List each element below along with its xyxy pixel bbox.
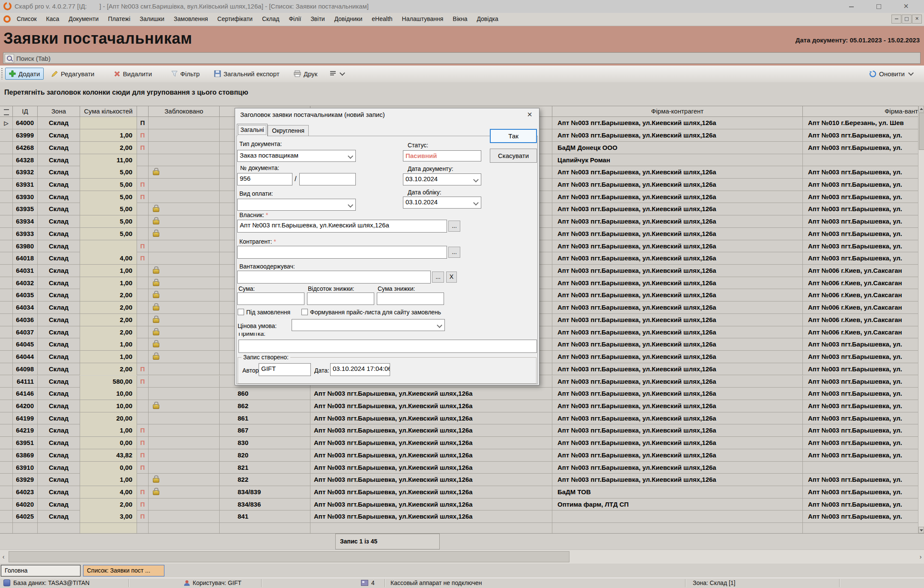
- account-date-picker[interactable]: 03.10.2024: [403, 197, 481, 209]
- table-row[interactable]: 64200Склад10,00862Апт №003 пгт.Барышевка…: [0, 400, 918, 412]
- menu-item-8[interactable]: Склад: [257, 13, 284, 22]
- price-condition-combo[interactable]: [292, 319, 445, 331]
- dialog-tab-rounding[interactable]: Округлення: [268, 125, 309, 136]
- cell-contractor-firm: Оптима фарм, ЛТД СП: [552, 498, 803, 510]
- scroll-left-button[interactable]: ‹: [0, 551, 7, 562]
- header-zone[interactable]: Зона: [38, 106, 80, 116]
- child-close-button[interactable]: ×: [912, 15, 922, 24]
- menu-item-12[interactable]: eHealth: [367, 13, 397, 22]
- header-id[interactable]: ІД: [13, 106, 38, 116]
- search-input[interactable]: Поиск (Tab): [3, 52, 921, 64]
- doc-date-picker[interactable]: 03.10.2024: [403, 173, 481, 185]
- table-row[interactable]: 64025Склад3,00П841Апт №003 пгт.Барышевка…: [0, 510, 918, 523]
- child-restore-button[interactable]: [902, 15, 912, 24]
- add-button[interactable]: Додати: [5, 68, 44, 80]
- toolbar-grip[interactable]: [1, 68, 3, 79]
- table-row[interactable]: 63929Склад1,00822Апт №003 пгт.Барышевка,…: [0, 474, 918, 486]
- contractor-field[interactable]: [237, 246, 447, 259]
- horizontal-scroll-thumb[interactable]: [9, 551, 569, 562]
- header-contractor-firm[interactable]: Фірма-контрагент: [552, 106, 803, 116]
- under-order-checkbox[interactable]: [238, 309, 244, 315]
- close-button[interactable]: ×: [893, 0, 919, 12]
- view-options-button[interactable]: [326, 68, 348, 80]
- child-minimize-button[interactable]: [891, 15, 901, 24]
- consignee-clear-button[interactable]: X: [446, 272, 457, 283]
- header-blocked[interactable]: Заблоковано: [149, 106, 220, 116]
- scroll-down-button[interactable]: [918, 527, 924, 533]
- menu-item-15[interactable]: Довідка: [472, 13, 503, 22]
- menu-item-11[interactable]: Довідники: [330, 13, 367, 22]
- horizontal-scrollbar[interactable]: ‹ ›: [0, 549, 924, 564]
- cell-owner-firm: Апт №003 пгт.Барышевка, ул.Киевский шлях…: [310, 424, 552, 436]
- note-input[interactable]: [238, 340, 537, 353]
- table-row[interactable]: 64199Склад20,00861Апт №003 пгт.Барышевка…: [0, 412, 918, 425]
- table-row[interactable]: 64219Склад1,00П867Апт №003 пгт.Барышевка…: [0, 424, 918, 437]
- author-field: GIFT: [259, 363, 311, 376]
- menu-item-7[interactable]: Сертифікати: [213, 13, 257, 22]
- dialog-tab-general[interactable]: Загальні: [237, 124, 268, 136]
- menu-item-3[interactable]: Документи: [64, 13, 103, 22]
- table-row[interactable]: 64146Склад10,00860Апт №003 пгт.Барышевка…: [0, 388, 918, 400]
- doc-number-suffix-input[interactable]: [299, 173, 356, 185]
- sum-input[interactable]: [237, 293, 304, 305]
- tab-home[interactable]: Головна: [1, 565, 80, 576]
- menu-item-14[interactable]: Вікна: [448, 13, 472, 22]
- cell-blocked: [149, 277, 220, 289]
- table-row[interactable]: 63951Склад0,00П830Апт №003 пгт.Барышевка…: [0, 437, 918, 449]
- menu-item-1[interactable]: Список: [12, 13, 42, 22]
- vertical-scroll-thumb[interactable]: [919, 113, 924, 150]
- arrow-down-icon: [920, 529, 923, 531]
- scroll-right-button[interactable]: ›: [917, 551, 924, 562]
- table-row[interactable]: 64023Склад4,00П834/839Апт №003 пгт.Барыш…: [0, 486, 918, 498]
- menu-item-2[interactable]: Каса: [42, 13, 64, 22]
- edit-button[interactable]: Редагувати: [48, 68, 98, 80]
- table-row[interactable]: 64020Склад2,00П834/836Апт №003 пгт.Барыш…: [0, 498, 918, 511]
- consignee-browse-button[interactable]: ...: [432, 272, 444, 283]
- cell-id: 63929: [13, 474, 38, 486]
- cell-consignee-firm: Апт №003 пгт.Барышевка, ул.: [803, 486, 918, 498]
- menu-item-10[interactable]: Звіти: [306, 13, 329, 22]
- ok-button[interactable]: Так: [490, 129, 537, 143]
- delete-button[interactable]: Видалити: [110, 68, 155, 80]
- doc-type-combo[interactable]: Заказ поставщикам: [237, 150, 356, 162]
- header-qty[interactable]: Сума кількостей: [80, 106, 137, 116]
- table-row[interactable]: 63910Склад0,00П821Апт №003 пгт.Барышевка…: [0, 462, 918, 474]
- cancel-button[interactable]: Скасувати: [490, 149, 537, 163]
- contractor-browse-button[interactable]: ...: [448, 247, 460, 258]
- owner-field[interactable]: Апт №003 пгт.Барышевка, ул.Киевский шлях…: [237, 220, 447, 233]
- discount-sum-input[interactable]: [377, 293, 444, 305]
- refresh-button[interactable]: Оновити: [866, 68, 916, 80]
- payment-type-combo[interactable]: [237, 199, 356, 211]
- menu-item-9[interactable]: Філії: [284, 13, 306, 22]
- export-button[interactable]: Загальний експорт: [211, 68, 283, 80]
- menu-item-4[interactable]: Платежі: [103, 13, 135, 22]
- cell-consignee-firm: Апт №003 пгт.Барышевка, ул.: [803, 388, 918, 400]
- table-row[interactable]: 63869Склад43,82П820Апт №003 пгт.Барышевк…: [0, 449, 918, 462]
- owner-browse-button[interactable]: ...: [448, 221, 460, 232]
- lock-icon: [153, 293, 159, 298]
- cell-doc-number: 830: [220, 437, 310, 449]
- dialog-close-icon[interactable]: ×: [525, 110, 535, 119]
- row-indicator: [0, 301, 13, 313]
- header-indicator[interactable]: [0, 106, 13, 116]
- pricelist-checkbox[interactable]: [301, 309, 308, 315]
- tab-suppliers-list[interactable]: Список: Заявки пост ...: [83, 565, 164, 576]
- filter-button[interactable]: Фільтр: [168, 68, 203, 80]
- row-indicator: [0, 424, 13, 436]
- doc-number-input[interactable]: 956: [237, 173, 292, 185]
- vertical-scrollbar[interactable]: [918, 106, 924, 533]
- consignee-field[interactable]: [237, 271, 431, 284]
- scroll-up-button[interactable]: [918, 106, 924, 112]
- header-consignee-firm[interactable]: Фірма-вант: [803, 106, 918, 116]
- discount-percent-input[interactable]: [307, 293, 374, 305]
- minimize-button[interactable]: [838, 0, 864, 12]
- restore-button[interactable]: [866, 0, 891, 12]
- header-p[interactable]: [137, 106, 149, 116]
- menu-item-5[interactable]: Залишки: [135, 13, 169, 22]
- print-button[interactable]: Друк: [290, 68, 321, 80]
- menu-item-13[interactable]: Налаштування: [397, 13, 448, 22]
- menu-item-6[interactable]: Замовлення: [169, 13, 213, 22]
- dialog-titlebar[interactable]: Заголовок заявки постачальникам (новий з…: [235, 108, 539, 121]
- cell-contractor-firm: БаДМ ТОВ: [552, 486, 803, 498]
- table-row[interactable]: [0, 523, 918, 533]
